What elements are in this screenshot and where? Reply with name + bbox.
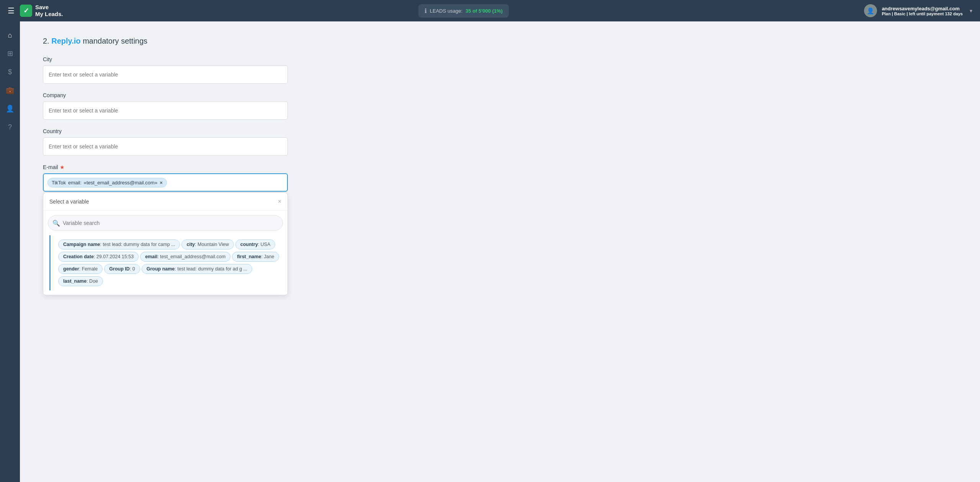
dropdown-close-icon[interactable]: × [278,198,281,205]
user-avatar: 👤 [864,4,877,17]
variable-item[interactable]: Creation date: 29.07.2024 15:53 [58,252,139,262]
info-icon: ℹ [425,7,427,15]
leads-usage-count: 35 of 5'000 (1%) [466,8,503,14]
city-label: City [43,56,288,62]
variable-item[interactable]: city: Mountain View [181,239,234,249]
menu-icon[interactable]: ☰ [8,6,15,15]
email-input-box[interactable]: TikTok email: «test_email_address@mail.c… [43,173,288,192]
sidebar-item-integrations[interactable]: 💼 [2,83,18,98]
country-label: Country [43,128,288,134]
sidebar-item-home[interactable]: ⌂ [2,28,18,43]
company-field-group: Company [43,92,288,120]
logo-check-icon: ✓ [20,5,32,17]
main-layout: ⌂ ⊞ $ 💼 👤 ? 2. Reply.io mandatory settin… [0,21,980,482]
sidebar-item-billing[interactable]: $ [2,64,18,80]
email-field-group: E-mail ★ TikTok email: «test_email_addre… [43,164,288,295]
sidebar-item-flows[interactable]: ⊞ [2,46,18,61]
email-tag-label: email: [68,180,82,186]
topbar-right: 👤 andrewsavemyleads@gmail.com Plan | Bas… [864,4,972,17]
user-menu-chevron-icon[interactable]: ▾ [970,8,972,14]
country-input[interactable] [43,137,288,156]
user-info: andrewsavemyleads@gmail.com Plan | Basic… [882,6,963,16]
email-tag-value: «test_email_address@mail.com» [84,180,157,186]
variable-search-input[interactable] [48,215,283,231]
city-input[interactable] [43,65,288,84]
required-star: ★ [60,164,65,170]
sidebar: ⌂ ⊞ $ 💼 👤 ? [0,21,20,482]
topbar: ☰ ✓ Save My Leads. ℹ LEADS usage: 35 of … [0,0,980,21]
variable-dropdown: Select a variable × 🔍 Campaign name: tes… [43,192,288,295]
variable-search-box: 🔍 [48,215,283,231]
sidebar-item-help[interactable]: ? [2,119,18,135]
variable-item[interactable]: Campaign name: test lead: dummy data for… [58,239,180,249]
leads-usage-box: ℹ LEADS usage: 35 of 5'000 (1%) [418,4,509,18]
logo-text: Save My Leads. [35,4,63,18]
sidebar-item-profile[interactable]: 👤 [2,101,18,116]
variable-item[interactable]: Group name: test lead: dummy data for ad… [142,264,252,274]
email-tag-close-icon[interactable]: × [160,180,163,186]
email-label: E-mail ★ [43,164,288,170]
variable-item[interactable]: email: test_email_address@mail.com [140,252,230,262]
user-plan: Plan | Basic | left until payment 132 da… [882,11,963,16]
dropdown-title: Select a variable [49,199,89,205]
variable-item[interactable]: last_name: Doe [58,276,103,286]
email-tag: TikTok email: «test_email_address@mail.c… [47,178,167,187]
email-tag-source: TikTok [52,180,66,186]
user-email: andrewsavemyleads@gmail.com [882,6,963,11]
company-label: Company [43,92,288,98]
variable-item[interactable]: gender: Female [58,264,103,274]
company-input[interactable] [43,101,288,120]
variable-item[interactable]: country: USA [235,239,276,249]
leads-usage-label: LEADS usage: [430,8,462,14]
dropdown-header: Select a variable × [43,193,287,211]
logo-area: ✓ Save My Leads. [20,4,63,18]
city-field-group: City [43,56,288,84]
section-brand: Reply.io [51,37,80,45]
section-title: 2. Reply.io mandatory settings [43,37,957,46]
topbar-center: ℹ LEADS usage: 35 of 5'000 (1%) [418,4,509,18]
content-area: 2. Reply.io mandatory settings City Comp… [20,21,980,482]
country-field-group: Country [43,128,288,156]
topbar-left: ☰ ✓ Save My Leads. [8,4,63,18]
variable-list: Campaign name: test lead: dummy data for… [49,235,281,290]
variable-item[interactable]: first_name: Jane [232,252,279,262]
variable-item[interactable]: Group ID: 0 [104,264,140,274]
